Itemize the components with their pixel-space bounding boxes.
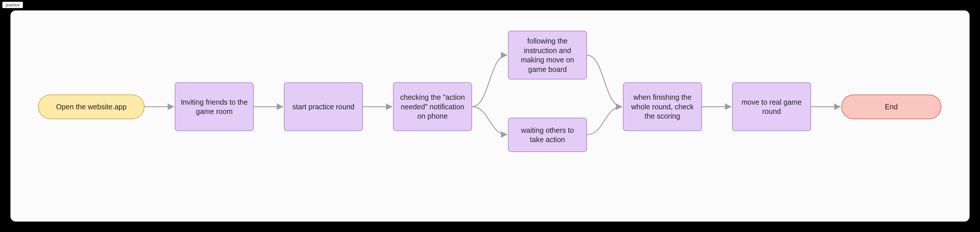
node-following: following the instruction and making mov…	[508, 31, 587, 79]
node-inviting-text: Inviting friends to the game room	[181, 97, 248, 116]
node-start-text: Open the website.app	[56, 102, 127, 112]
frame-label-tab: practice	[2, 2, 23, 8]
node-following-text: following the instruction and making mov…	[514, 36, 581, 74]
diagram-canvas: Open the website.app Inviting friends to…	[10, 10, 970, 222]
node-waiting: waiting others to take action	[508, 118, 587, 152]
node-waiting-text: waiting others to take action	[514, 126, 581, 145]
node-end: End	[841, 95, 942, 119]
node-start-practice: start practice round	[284, 83, 363, 131]
connector-layer	[10, 10, 970, 222]
node-start-practice-text: start practice round	[292, 102, 355, 112]
node-finishing: when finishing the whole round, check th…	[623, 83, 702, 131]
node-start: Open the website.app	[38, 95, 145, 119]
node-move-real: move to real game round	[732, 83, 811, 131]
frame-label-text: practice	[5, 3, 20, 7]
node-checking-text: checking the "action needed" notificatio…	[399, 92, 466, 121]
node-move-real-text: move to real game round	[738, 97, 805, 116]
node-checking: checking the "action needed" notificatio…	[393, 83, 472, 131]
node-end-text: End	[885, 102, 897, 112]
node-inviting: Inviting friends to the game room	[175, 83, 254, 131]
node-finishing-text: when finishing the whole round, check th…	[629, 92, 696, 121]
